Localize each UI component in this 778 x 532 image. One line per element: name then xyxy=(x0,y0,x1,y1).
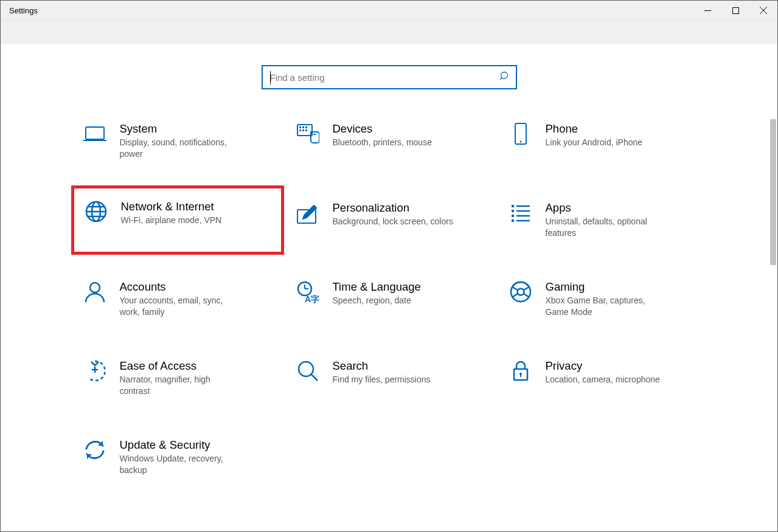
category-title: Network & Internet xyxy=(121,200,271,213)
category-apps[interactable]: AppsUninstall, defaults, optional featur… xyxy=(508,199,696,241)
scrollbar-thumb[interactable] xyxy=(770,119,776,265)
category-search[interactable]: SearchFind my files, permissions xyxy=(295,357,484,399)
time-icon xyxy=(296,280,319,303)
gaming-icon xyxy=(509,280,532,303)
category-description: Find my files, permissions xyxy=(333,374,454,385)
globe-icon xyxy=(85,200,108,223)
category-description: Display, sound, notifications, power xyxy=(120,137,241,160)
text-caret xyxy=(270,71,271,85)
content-area: SystemDisplay, sound, notifications, pow… xyxy=(1,43,777,531)
category-title: Accounts xyxy=(120,280,269,294)
category-personalization[interactable]: PersonalizationBackground, lock screen, … xyxy=(295,199,484,241)
category-title: Privacy xyxy=(546,359,695,373)
category-description: Location, camera, microphone xyxy=(546,374,667,385)
person-icon xyxy=(83,280,106,303)
lock-icon xyxy=(509,359,532,382)
category-time[interactable]: Time & LanguageSpeech, region, date xyxy=(295,278,484,320)
category-description: Narrator, magnifier, high contrast xyxy=(120,374,241,397)
category-title: Gaming xyxy=(546,280,695,294)
category-update[interactable]: Update & SecurityWindows Update, recover… xyxy=(82,436,271,478)
close-button[interactable] xyxy=(749,1,777,20)
category-gaming[interactable]: GamingXbox Game Bar, captures, Game Mode xyxy=(508,278,696,320)
category-devices[interactable]: DevicesBluetooth, printers, mouse xyxy=(295,120,484,162)
category-phone[interactable]: PhoneLink your Android, iPhone xyxy=(508,120,696,162)
category-title: Apps xyxy=(546,201,695,215)
window-title: Settings xyxy=(1,6,38,15)
maximize-button[interactable] xyxy=(721,1,749,20)
search-container xyxy=(1,43,777,120)
category-title: Search xyxy=(333,359,482,373)
category-description: Windows Update, recovery, backup xyxy=(120,453,241,476)
category-network[interactable]: Network & InternetWi-Fi, airplane mode, … xyxy=(72,187,283,254)
laptop-icon xyxy=(83,122,106,145)
category-description: Link your Android, iPhone xyxy=(546,137,667,148)
search-big-icon xyxy=(296,359,319,382)
devices-icon xyxy=(296,122,319,145)
category-title: Phone xyxy=(546,122,695,136)
window-controls xyxy=(693,1,777,20)
header-strip xyxy=(1,21,777,44)
ease-icon xyxy=(83,359,106,382)
update-icon xyxy=(83,438,106,461)
svg-rect-41 xyxy=(732,7,738,13)
search-icon xyxy=(500,71,510,83)
category-title: System xyxy=(120,122,269,136)
settings-grid: SystemDisplay, sound, notifications, pow… xyxy=(82,120,696,478)
category-system[interactable]: SystemDisplay, sound, notifications, pow… xyxy=(82,120,271,162)
category-ease[interactable]: Ease of AccessNarrator, magnifier, high … xyxy=(82,357,271,399)
category-title: Ease of Access xyxy=(120,359,269,373)
search-input[interactable] xyxy=(270,72,500,83)
category-privacy[interactable]: PrivacyLocation, camera, microphone xyxy=(508,357,696,399)
category-description: Bluetooth, printers, mouse xyxy=(333,137,454,148)
titlebar: Settings xyxy=(1,1,777,21)
apps-icon xyxy=(509,201,532,224)
category-title: Update & Security xyxy=(120,438,269,452)
phone-icon xyxy=(509,122,532,145)
category-title: Devices xyxy=(333,122,482,136)
category-title: Personalization xyxy=(333,201,482,215)
minimize-button[interactable] xyxy=(693,1,721,20)
category-description: Wi-Fi, airplane mode, VPN xyxy=(121,215,243,226)
category-description: Your accounts, email, sync, work, family xyxy=(120,295,241,318)
category-accounts[interactable]: AccountsYour accounts, email, sync, work… xyxy=(82,278,271,320)
category-description: Speech, region, date xyxy=(333,295,454,306)
category-title: Time & Language xyxy=(333,280,482,294)
category-description: Uninstall, defaults, optional features xyxy=(546,216,667,239)
category-description: Xbox Game Bar, captures, Game Mode xyxy=(546,295,667,318)
search-box[interactable] xyxy=(262,65,517,89)
category-description: Background, lock screen, colors xyxy=(333,216,454,227)
pen-icon xyxy=(296,201,319,224)
